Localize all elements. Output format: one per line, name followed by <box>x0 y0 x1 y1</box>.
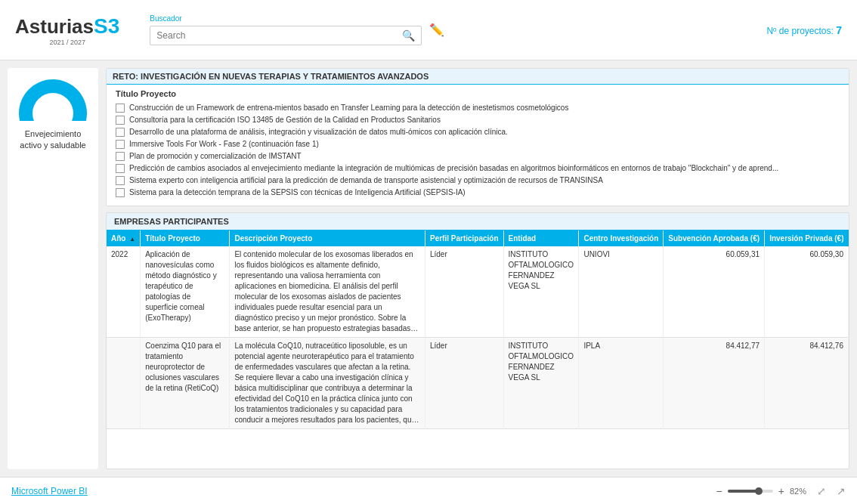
table-container[interactable]: Año ▲ Título Proyecto Descripción Proyec… <box>107 230 849 468</box>
reto-item-text-4: Plan de promoción y comercialización de … <box>129 151 302 161</box>
right-panel: RETO: INVESTIGACIÓN EN NUEVAS TERAPIAS Y… <box>106 68 849 469</box>
logo-text: Asturias <box>15 15 94 38</box>
zoom-thumb <box>755 487 763 495</box>
content-area: Envejecimiento activo y saludable RETO: … <box>0 60 857 477</box>
logo-years: 2021 / 2027 <box>15 39 119 46</box>
cell-entidad-0: INSTITUTO OFTALMOLOGICO FERNANDEZ VEGA S… <box>503 246 579 338</box>
reto-item: Immersive Tools For Work - Fase 2 (conti… <box>116 139 840 149</box>
table-row: Coenzima Q10 para el tratamiento neuropr… <box>107 338 849 429</box>
cell-año-1 <box>107 338 141 429</box>
reto-item-text-2: Desarrollo de una plataforma de análisis… <box>129 127 508 137</box>
reto-item-text-5: Predicción de cambios asociados al envej… <box>129 163 778 173</box>
project-count-label: Nº de proyectos: <box>766 26 833 36</box>
col-header-titulo[interactable]: Título Proyecto <box>141 230 230 246</box>
reto-item: Predicción de cambios asociados al envej… <box>116 163 840 173</box>
reto-item: Desarrollo de una plataforma de análisis… <box>116 127 840 137</box>
search-icon[interactable]: 🔍 <box>402 29 415 42</box>
zoom-percentage: 82% <box>790 487 806 496</box>
cell-titulo-0: Aplicación de nanovesículas como método … <box>141 246 230 338</box>
empresas-section: EMPRESAS PARTICIPANTES Año ▲ Título Proy… <box>106 212 849 469</box>
logo-s3: S3 <box>94 14 119 38</box>
fullscreen-icon[interactable]: ⤢ <box>817 485 826 497</box>
col-header-centro[interactable]: Centro Investigación <box>579 230 664 246</box>
cell-perfil-0: Líder <box>425 246 503 338</box>
empresas-title: EMPRESAS PARTICIPANTES <box>107 213 849 230</box>
reto-items-container: Construcción de un Framework de entrena-… <box>116 103 840 197</box>
reto-item-text-0: Construcción de un Framework de entrena-… <box>129 103 568 113</box>
col-header-desc[interactable]: Descripción Proyecto <box>230 230 425 246</box>
reto-checkbox-2[interactable] <box>116 128 125 137</box>
search-box: 🔍 <box>150 26 422 45</box>
reto-checkbox-7[interactable] <box>116 188 125 197</box>
reto-checkbox-5[interactable] <box>116 164 125 173</box>
cell-entidad-1: INSTITUTO OFTALMOLOGICO FERNANDEZ VEGA S… <box>503 338 579 429</box>
edit-icon[interactable]: ✏️ <box>429 23 444 37</box>
reto-item: Construcción de un Framework de entrena-… <box>116 103 840 113</box>
reto-item-text-7: Sistema para la detección temprana de la… <box>129 187 466 197</box>
reto-item-text-1: Consultoría para la certificación ISO 13… <box>129 115 441 125</box>
cell-perfil-1: Líder <box>425 338 503 429</box>
empresas-table: Año ▲ Título Proyecto Descripción Proyec… <box>107 230 849 429</box>
reto-item-text-6: Sistema experto con inteligencia artific… <box>129 175 603 185</box>
reto-subtitle: Título Proyecto <box>116 89 840 98</box>
reto-item: Plan de promoción y comercialización de … <box>116 151 840 161</box>
cell-subvencion-0: 60.059,31 <box>664 246 765 338</box>
cell-inversion-0: 60.059,30 <box>765 246 849 338</box>
sort-arrow-año: ▲ <box>129 236 135 243</box>
search-area: Buscador 🔍 <box>150 14 422 45</box>
cell-inversion-1: 84.412,76 <box>765 338 849 429</box>
zoom-controls: − + 82% <box>714 485 806 497</box>
col-header-subvencion[interactable]: Subvención Aprobada (€) <box>664 230 765 246</box>
footer: Microsoft Power BI − + 82% ⤢ ↗ <box>0 477 857 504</box>
reto-item: Sistema experto con inteligencia artific… <box>116 175 840 185</box>
left-panel-label: Envejecimiento activo y saludable <box>15 128 91 152</box>
reto-checkbox-0[interactable] <box>116 104 125 113</box>
zoom-fill <box>728 490 757 493</box>
project-count-value: 7 <box>836 24 842 36</box>
table-header-row: Año ▲ Título Proyecto Descripción Proyec… <box>107 230 849 246</box>
project-count: Nº de proyectos: 7 <box>766 24 842 36</box>
zoom-slider[interactable] <box>728 490 773 493</box>
cell-centro-0: UNIOVI <box>579 246 664 338</box>
reto-item: Consultoría para la certificación ISO 13… <box>116 115 840 125</box>
footer-brand[interactable]: Microsoft Power BI <box>11 486 88 496</box>
zoom-plus-button[interactable]: + <box>776 485 787 497</box>
reto-section: RETO: INVESTIGACIÓN EN NUEVAS TERAPIAS Y… <box>106 68 849 206</box>
cell-año-0: 2022 <box>107 246 141 338</box>
left-panel: Envejecimiento activo y saludable <box>8 68 98 469</box>
cell-centro-1: IPLA <box>579 338 664 429</box>
reto-item: Sistema para la detección temprana de la… <box>116 187 840 197</box>
search-label: Buscador <box>150 14 422 23</box>
zoom-minus-button[interactable]: − <box>714 485 725 497</box>
table-body: 2022 Aplicación de nanovesículas como mé… <box>107 246 849 429</box>
cell-desc-0: El contenido molecular de los exosomas l… <box>230 246 425 338</box>
col-header-entidad[interactable]: Entidad <box>503 230 579 246</box>
arch-graphic <box>19 79 87 121</box>
reto-checkbox-6[interactable] <box>116 176 125 185</box>
reto-item-text-3: Immersive Tools For Work - Fase 2 (conti… <box>129 139 319 149</box>
footer-right: − + 82% ⤢ ↗ <box>714 485 846 497</box>
search-input[interactable] <box>156 30 402 41</box>
header: AsturiasS3 2021 / 2027 Buscador 🔍 ✏️ Nº … <box>0 0 857 60</box>
table-row: 2022 Aplicación de nanovesículas como mé… <box>107 246 849 338</box>
reto-checkbox-1[interactable] <box>116 116 125 125</box>
cell-desc-1: La molécula CoQ10, nutraceútico liposolu… <box>230 338 425 429</box>
col-header-año[interactable]: Año ▲ <box>107 230 141 246</box>
external-link-icon[interactable]: ↗ <box>837 485 846 497</box>
reto-checkbox-3[interactable] <box>116 140 125 149</box>
reto-checkbox-4[interactable] <box>116 152 125 161</box>
cell-subvencion-1: 84.412,77 <box>664 338 765 429</box>
cell-titulo-1: Coenzima Q10 para el tratamiento neuropr… <box>141 338 230 429</box>
col-header-inversion[interactable]: Inversión Privada (€) <box>765 230 849 246</box>
reto-title: RETO: INVESTIGACIÓN EN NUEVAS TERAPIAS Y… <box>107 69 849 85</box>
col-header-perfil[interactable]: Perfil Participación <box>425 230 503 246</box>
logo-area: AsturiasS3 2021 / 2027 <box>15 14 119 46</box>
